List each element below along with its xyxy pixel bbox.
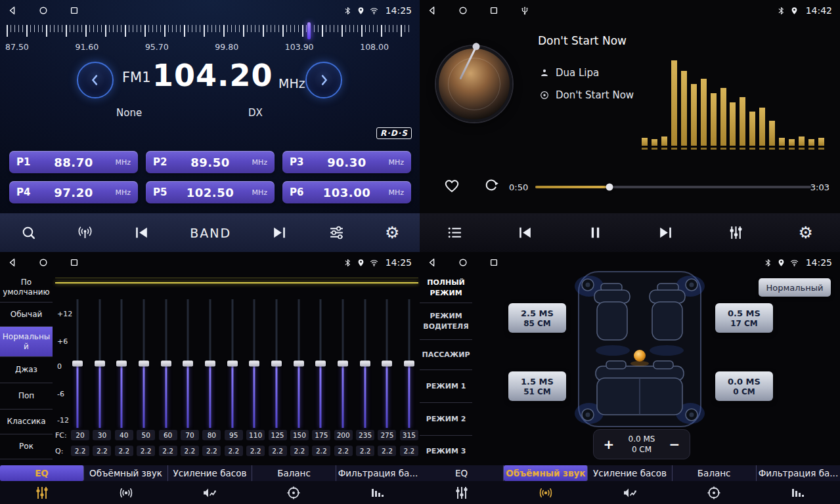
eq-slider-handle[interactable] bbox=[315, 361, 326, 367]
eq-band-slider[interactable] bbox=[115, 299, 128, 428]
eq-tab-icon[interactable] bbox=[0, 481, 84, 504]
filter-tab-icon[interactable] bbox=[336, 481, 420, 504]
nav-back-icon[interactable] bbox=[428, 258, 437, 267]
previous-track-icon[interactable] bbox=[517, 224, 533, 241]
preset-p5-button[interactable]: P5 102.50 MHz bbox=[146, 181, 275, 203]
next-track-icon[interactable] bbox=[657, 224, 674, 241]
eq-slider-handle[interactable] bbox=[360, 361, 370, 367]
delay-increase-button[interactable]: + bbox=[602, 436, 615, 452]
audio-settings-icon[interactable] bbox=[328, 224, 345, 241]
album-art[interactable] bbox=[436, 46, 512, 122]
filter-tab-icon[interactable] bbox=[756, 481, 840, 504]
eq-band-slider[interactable] bbox=[160, 299, 173, 428]
eq-slider-handle[interactable] bbox=[404, 361, 414, 367]
eq-band-slider[interactable] bbox=[336, 299, 349, 428]
car-cabin-graphic[interactable] bbox=[572, 269, 707, 430]
preset-p2-button[interactable]: P2 89.50 MHz bbox=[146, 151, 275, 173]
balance-tab-icon[interactable] bbox=[672, 481, 756, 504]
mixer-icon[interactable] bbox=[728, 224, 744, 241]
eq-preset-normal[interactable]: Нормальный bbox=[0, 327, 53, 357]
favorite-icon[interactable] bbox=[443, 177, 460, 194]
eq-band-slider[interactable] bbox=[226, 299, 239, 428]
eq-slider-handle[interactable] bbox=[116, 361, 127, 367]
preset-p6-button[interactable]: P6 103.00 MHz bbox=[282, 181, 411, 203]
nav-recents-icon[interactable] bbox=[489, 6, 498, 15]
preset-p3-button[interactable]: P3 90.30 MHz bbox=[282, 151, 411, 173]
eq-preset-pop[interactable]: Поп bbox=[0, 383, 53, 410]
pause-icon[interactable] bbox=[587, 224, 604, 241]
eq-preset-rock[interactable]: Рок bbox=[0, 434, 53, 459]
mode-full[interactable]: ПОЛНЫЙ РЕЖИМ bbox=[420, 273, 472, 303]
rear-right-delay[interactable]: 0.0 MS 0 CM bbox=[715, 371, 773, 401]
eq-slider-handle[interactable] bbox=[249, 361, 259, 367]
progress-bar[interactable] bbox=[535, 186, 811, 188]
eq-slider-handle[interactable] bbox=[95, 361, 105, 367]
preset-p1-button[interactable]: P1 88.70 MHz bbox=[9, 151, 138, 173]
eq-band-slider[interactable] bbox=[204, 299, 217, 428]
eq-tab-icon[interactable] bbox=[420, 481, 504, 504]
eq-band-slider[interactable] bbox=[292, 299, 305, 428]
eq-band-slider[interactable] bbox=[359, 299, 372, 428]
nav-recents-icon[interactable] bbox=[489, 258, 498, 267]
nav-recents-icon[interactable] bbox=[70, 6, 79, 15]
mode-passenger[interactable]: ПАССАЖИР bbox=[420, 340, 472, 370]
eq-slider-handle[interactable] bbox=[271, 361, 282, 367]
eq-slider-handle[interactable] bbox=[161, 361, 171, 367]
frequency-scale[interactable] bbox=[7, 24, 412, 41]
mode-3[interactable]: РЕЖИМ 3 bbox=[420, 436, 472, 467]
previous-station-icon[interactable] bbox=[133, 224, 150, 241]
tab-surround[interactable]: Объёмный звук bbox=[504, 465, 588, 481]
scan-icon[interactable] bbox=[20, 224, 37, 241]
broadcast-icon[interactable] bbox=[77, 224, 93, 241]
eq-band-slider[interactable] bbox=[71, 299, 84, 428]
progress-knob[interactable] bbox=[606, 184, 613, 191]
eq-band-slider[interactable] bbox=[314, 299, 327, 428]
tab-eq[interactable]: EQ bbox=[420, 465, 504, 481]
tab-filter[interactable]: Фильтрация ба... bbox=[757, 465, 840, 481]
eq-band-slider[interactable] bbox=[137, 299, 150, 428]
eq-preset-classic[interactable]: Классика bbox=[0, 410, 53, 434]
eq-preset-custom[interactable]: Обычай bbox=[0, 303, 53, 327]
eq-slider-handle[interactable] bbox=[382, 361, 392, 367]
eq-preset-jazz[interactable]: Джаз bbox=[0, 357, 53, 383]
tab-bass-boost[interactable]: Усиление басов bbox=[588, 465, 672, 481]
eq-band-slider[interactable] bbox=[270, 299, 283, 428]
nav-back-icon[interactable] bbox=[8, 6, 17, 15]
repeat-icon[interactable] bbox=[483, 177, 500, 194]
eq-preset-default[interactable]: По умолчанию bbox=[0, 273, 53, 303]
eq-band-slider[interactable] bbox=[403, 299, 416, 428]
nav-home-icon[interactable] bbox=[39, 6, 48, 15]
eq-slider-handle[interactable] bbox=[72, 361, 83, 367]
tab-surround[interactable]: Объёмный звук bbox=[84, 465, 168, 481]
eq-slider-handle[interactable] bbox=[183, 361, 193, 367]
tune-down-button[interactable] bbox=[77, 62, 114, 98]
settings-gear-icon[interactable]: ⚙ bbox=[385, 224, 399, 241]
eq-slider-handle[interactable] bbox=[205, 361, 215, 367]
tab-balance[interactable]: Баланс bbox=[673, 465, 757, 481]
eq-band-slider[interactable] bbox=[181, 299, 194, 428]
nav-back-icon[interactable] bbox=[8, 258, 17, 267]
bass-boost-tab-icon[interactable] bbox=[588, 481, 672, 504]
eq-band-slider[interactable] bbox=[93, 299, 106, 428]
preset-p4-button[interactable]: P4 97.20 MHz bbox=[9, 181, 138, 203]
playlist-icon[interactable] bbox=[447, 224, 463, 241]
bass-boost-tab-icon[interactable] bbox=[168, 481, 252, 504]
next-station-icon[interactable] bbox=[271, 224, 288, 241]
surround-tab-icon[interactable] bbox=[504, 481, 588, 504]
surround-tab-icon[interactable] bbox=[84, 481, 168, 504]
nav-home-icon[interactable] bbox=[458, 258, 468, 267]
eq-band-slider[interactable] bbox=[248, 299, 261, 428]
front-left-delay[interactable]: 2.5 MS 85 CM bbox=[508, 303, 566, 333]
balance-tab-icon[interactable] bbox=[252, 481, 336, 504]
sound-preset-button[interactable]: Нормальный bbox=[759, 278, 831, 297]
mode-1[interactable]: РЕЖИМ 1 bbox=[420, 370, 472, 403]
band-button[interactable]: BAND bbox=[190, 226, 231, 240]
front-right-delay[interactable]: 0.5 MS 17 CM bbox=[715, 303, 773, 333]
tab-bass-boost[interactable]: Усиление басов bbox=[168, 465, 252, 481]
delay-decrease-button[interactable]: − bbox=[668, 436, 681, 452]
nav-recents-icon[interactable] bbox=[70, 258, 79, 267]
eq-slider-handle[interactable] bbox=[139, 361, 149, 367]
mode-2[interactable]: РЕЖИМ 2 bbox=[420, 403, 472, 436]
nav-home-icon[interactable] bbox=[39, 258, 48, 267]
eq-band-slider[interactable] bbox=[380, 299, 393, 428]
